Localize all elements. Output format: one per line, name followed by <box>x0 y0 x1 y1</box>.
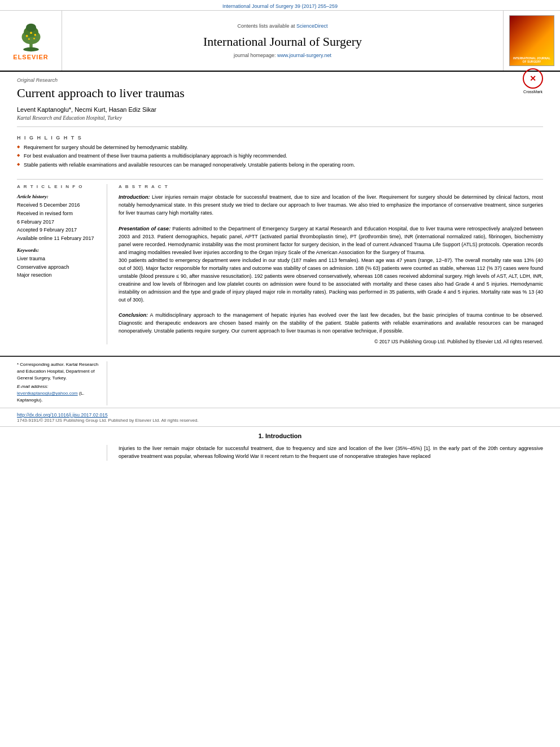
svg-point-4 <box>25 23 36 32</box>
article-info-column: A R T I C L E I N F O Article history: R… <box>17 184 107 344</box>
intro-section-title: 1. Introduction <box>17 433 543 439</box>
affiliation: Kartal Research and Education Hospital, … <box>17 115 543 121</box>
journal-center-info: Contents lists available at ScienceDirec… <box>62 11 504 71</box>
intro-layout: Injuries to the liver remain major obsta… <box>17 445 543 461</box>
introduction-section: 1. Introduction Injuries to the liver re… <box>0 426 560 466</box>
abstract-column: A B S T R A C T Introduction: Liver inju… <box>119 184 543 344</box>
abstract-copyright: © 2017 IJS Publishing Group Ltd. Publish… <box>119 339 543 344</box>
abstract-presentation-heading: Presentation of case: <box>119 226 170 231</box>
abstract-text: Introduction: Liver injuries remain majo… <box>119 194 543 335</box>
svg-point-1 <box>23 47 39 51</box>
elsevier-logo-area: ELSEVIER <box>0 11 62 71</box>
authors-list: Levent Kaptanoglu*, Necmi Kurt, Hasan Ed… <box>17 106 543 113</box>
article-history-title: Article history: <box>17 194 101 199</box>
highlights-title: H I G H L I G H T S <box>17 135 543 141</box>
journal-cover-image <box>509 15 554 66</box>
corresponding-author-note: * Corresponding author. Kartal Research … <box>17 361 101 382</box>
keyword-1: Liver trauma <box>17 255 101 263</box>
elsevier-logo: ELSEVIER <box>13 21 48 60</box>
email-link[interactable]: leventkaptanoglu@yahoo.com <box>17 391 78 396</box>
journal-homepage-link[interactable]: www.journal-surgery.net <box>277 53 331 58</box>
doi-link[interactable]: http://dx.doi.org/10.1016/j.ijsu.2017.02… <box>17 412 108 418</box>
svg-point-8 <box>28 38 29 40</box>
journal-top-reference: International Journal of Surgery 39 (201… <box>0 0 560 11</box>
doi-section: http://dx.doi.org/10.1016/j.ijsu.2017.02… <box>0 408 560 426</box>
top-reference-text: International Journal of Surgery 39 (201… <box>222 3 338 9</box>
article-type: Original Research <box>17 77 543 83</box>
history-item-2: Received in revised form <box>17 210 101 217</box>
page: International Journal of Surgery 39 (201… <box>0 0 560 466</box>
article-title: Current approach to liver traumas <box>17 85 523 102</box>
highlights-section: H I G H L I G H T S Requirement for surg… <box>17 132 543 174</box>
separator-1 <box>17 126 543 127</box>
history-item-3: 6 February 2017 <box>17 219 101 226</box>
abstract-label: A B S T R A C T <box>119 184 543 189</box>
keywords-title: Keywords: <box>17 247 101 253</box>
abstract-presentation-text: Patients admitted to the Department of E… <box>119 226 543 255</box>
abstract-intro-heading: Introduction: <box>119 194 150 200</box>
elsevier-tree-icon <box>14 21 48 53</box>
journal-title: International Journal of Surgery <box>203 34 362 49</box>
keyword-2: Conservative approach <box>17 263 101 271</box>
svg-point-5 <box>25 34 28 37</box>
sciencedirect-link[interactable]: ScienceDirect <box>296 23 328 29</box>
intro-paragraph: Injuries to the liver remain major obsta… <box>119 445 543 461</box>
journal-homepage: journal homepage: www.journal-surgery.ne… <box>234 53 331 58</box>
abstract-conclusion-heading: Conclusion: <box>119 312 148 318</box>
svg-point-9 <box>33 37 35 39</box>
crossmark-label: CrossMark <box>523 90 543 94</box>
email-label: E-mail address: <box>17 384 49 389</box>
article-info-abstract-area: A R T I C L E I N F O Article history: R… <box>17 179 543 344</box>
keyword-3: Major resection <box>17 271 101 279</box>
highlight-item-1: Requirement for surgery should be determ… <box>17 144 543 151</box>
article-info-label: A R T I C L E I N F O <box>17 184 101 189</box>
email-line: E-mail address: leventkaptanoglu@yahoo.c… <box>17 383 101 404</box>
journal-header: ELSEVIER Contents lists available at Sci… <box>0 11 560 72</box>
journal-cover-area <box>504 11 560 71</box>
authors-text: Levent Kaptanoglu*, Necmi Kurt, Hasan Ed… <box>17 106 156 113</box>
history-item-4: Accepted 9 February 2017 <box>17 226 101 234</box>
contents-line: Contents lists available at ScienceDirec… <box>237 23 327 29</box>
abstract-intro-text: Liver injuries remain major obstacle for… <box>119 194 543 216</box>
abstract-conclusion-text: A multidisciplinary approach to the mana… <box>119 312 543 334</box>
history-item-1: Received 5 December 2016 <box>17 202 101 209</box>
footnotes-area: * Corresponding author. Kartal Research … <box>0 356 560 408</box>
history-item-5: Available online 11 February 2017 <box>17 235 101 242</box>
crossmark-area: ✕ CrossMark <box>523 68 543 94</box>
abstract-body-text: 300 patients admitted to emergency depar… <box>119 257 543 303</box>
highlight-item-3: Stable patients with reliable examinatio… <box>17 161 543 169</box>
intro-right-col: Injuries to the liver remain major obsta… <box>119 445 543 461</box>
issn-text: 1743-9191/© 2017 IJS Publishing Group Lt… <box>17 418 543 423</box>
svg-point-6 <box>34 34 36 36</box>
article-body: Original Research Current approach to li… <box>0 72 560 356</box>
highlight-item-2: For best evaluation and treatment of the… <box>17 152 543 160</box>
crossmark-icon: ✕ <box>523 68 543 89</box>
highlights-list: Requirement for surgery should be determ… <box>17 144 543 169</box>
elsevier-brand-text: ELSEVIER <box>13 54 48 60</box>
intro-left-col <box>17 445 107 461</box>
svg-point-7 <box>30 32 32 34</box>
